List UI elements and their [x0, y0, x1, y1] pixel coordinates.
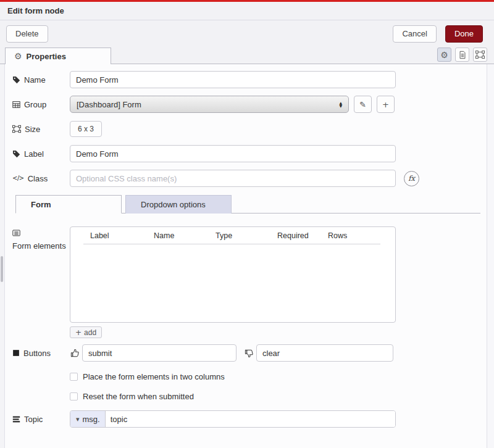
edit-group-button[interactable]: ✎ — [354, 96, 372, 113]
dialog-toolbar: Delete Cancel Done — [0, 20, 494, 47]
tasks-icon — [12, 415, 20, 423]
properties-form: Name Group [Dashboard] Form ▲▼ — [5, 64, 487, 448]
label-label: Label — [12, 149, 70, 159]
name-input[interactable] — [70, 71, 396, 88]
square-icon — [12, 349, 20, 357]
col-label: Label — [90, 231, 109, 240]
size-row: Size 6 x 3 — [12, 120, 487, 138]
object-group-icon — [475, 50, 485, 59]
expression-button[interactable]: fx — [404, 171, 419, 186]
reset-option[interactable]: Reset the form when submitted — [70, 392, 487, 401]
size-button[interactable]: 6 x 3 — [70, 121, 102, 137]
scrollbar-thumb[interactable] — [1, 256, 3, 282]
cancel-button[interactable]: Cancel — [393, 25, 436, 43]
two-columns-label: Place the form elements in two columns — [83, 372, 225, 381]
plus-icon: + — [75, 329, 82, 336]
group-select-value: [Dashboard] Form — [77, 100, 339, 109]
form-elements-box: Label Name Type Required Rows + add — [70, 226, 396, 338]
editor-tabbar: ⚙ Properties ⚙ — [0, 47, 494, 64]
code-icon: </> — [12, 175, 24, 181]
clear-button-input[interactable] — [256, 344, 393, 362]
editor-tab-icons: ⚙ — [437, 48, 494, 62]
buttons-label: Buttons — [12, 348, 70, 359]
fx-icon: fx — [408, 174, 415, 183]
header-rule — [83, 244, 380, 244]
list-alt-icon — [12, 229, 20, 237]
name-label: Name — [12, 75, 70, 85]
topic-row: Topic ▾ msg. — [12, 410, 487, 428]
gear-icon: ⚙ — [14, 52, 22, 60]
class-label: </> Class — [12, 173, 70, 184]
right-scrollbar-track — [487, 64, 494, 448]
form-sub-tabs: Form Dropdown options — [15, 195, 480, 214]
group-select[interactable]: [Dashboard] Form ▲▼ — [70, 96, 349, 113]
label-row: Label — [12, 145, 487, 162]
dialog-body: Name Group [Dashboard] Form ▲▼ — [0, 64, 494, 448]
tag-icon — [12, 76, 20, 84]
form-elements-label: Form elements — [12, 229, 70, 251]
add-group-button[interactable]: + — [377, 96, 395, 113]
dialog-title: Edit form node — [7, 6, 64, 15]
thumbs-up-icon — [70, 349, 80, 358]
col-name: Name — [154, 231, 174, 240]
gear-icon: ⚙ — [440, 51, 448, 59]
add-element-button[interactable]: + add — [70, 326, 102, 338]
form-elements-section: Form elements Label Name Type Required R… — [12, 226, 487, 338]
object-size-icon — [12, 125, 21, 133]
document-icon — [458, 51, 467, 59]
reset-checkbox[interactable] — [70, 392, 78, 400]
table-icon — [12, 101, 20, 109]
class-input[interactable] — [70, 170, 396, 187]
form-elements-table: Label Name Type Required Rows — [70, 226, 396, 323]
description-icon-button[interactable] — [455, 48, 469, 62]
select-arrows-icon: ▲▼ — [339, 101, 342, 107]
topic-type-label: msg. — [83, 415, 100, 424]
col-required: Required — [277, 231, 309, 240]
topic-label: Topic — [12, 414, 70, 425]
buttons-row: Buttons — [12, 344, 487, 362]
topic-type-button[interactable]: ▾ msg. — [70, 411, 106, 427]
delete-button[interactable]: Delete — [6, 25, 48, 43]
tab-properties-label: Properties — [27, 52, 66, 61]
col-type: Type — [216, 231, 232, 240]
tab-properties[interactable]: ⚙ Properties — [5, 48, 111, 64]
properties-icon-button[interactable]: ⚙ — [437, 48, 451, 62]
reset-label: Reset the form when submitted — [83, 392, 194, 401]
plus-icon: + — [382, 101, 389, 109]
left-scrollbar-track — [0, 64, 5, 448]
done-button[interactable]: Done — [445, 25, 483, 43]
group-label: Group — [12, 99, 70, 110]
name-row: Name — [12, 71, 487, 88]
dialog-header: Edit form node — [0, 2, 494, 20]
topic-typed-input: ▾ msg. — [70, 410, 396, 428]
two-columns-checkbox[interactable] — [70, 373, 78, 381]
thumbs-down-icon — [244, 349, 254, 358]
label-input[interactable] — [70, 145, 396, 162]
topic-input[interactable] — [106, 411, 395, 427]
tab-dropdown-options[interactable]: Dropdown options — [125, 195, 232, 214]
tag-icon — [12, 150, 20, 158]
size-label: Size — [12, 124, 70, 135]
submit-button-input[interactable] — [82, 344, 237, 362]
group-row: Group [Dashboard] Form ▲▼ ✎ + — [12, 96, 487, 113]
class-row: </> Class fx — [12, 170, 487, 187]
edit-form-node-dialog: Edit form node Delete Cancel Done ⚙ Prop… — [0, 0, 494, 448]
appearance-icon-button[interactable] — [473, 48, 487, 62]
pencil-icon: ✎ — [359, 101, 366, 109]
col-rows: Rows — [328, 231, 347, 240]
tab-form[interactable]: Form — [15, 195, 122, 214]
caret-down-icon: ▾ — [76, 416, 80, 423]
two-columns-option[interactable]: Place the form elements in two columns — [70, 372, 487, 381]
